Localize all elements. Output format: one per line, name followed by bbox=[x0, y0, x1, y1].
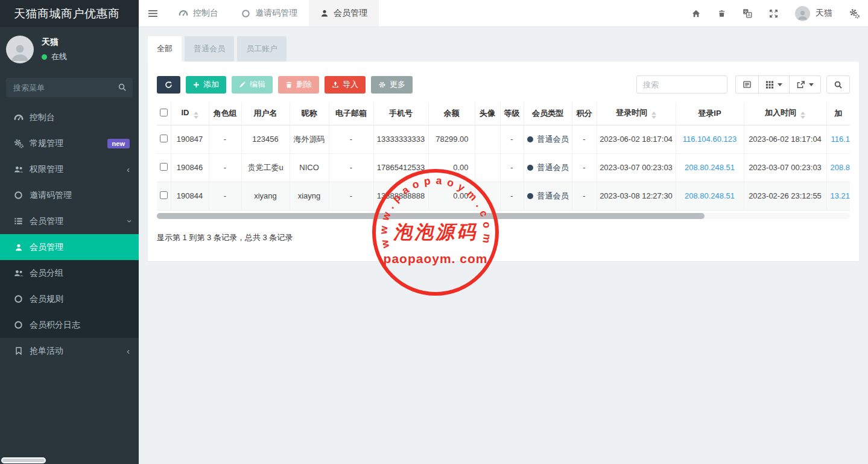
bookmark-icon bbox=[13, 346, 24, 355]
refresh-icon bbox=[165, 81, 173, 89]
speedometer-icon bbox=[13, 113, 24, 122]
cell-role: - bbox=[209, 153, 241, 182]
circle-icon bbox=[13, 294, 24, 304]
cell-role: - bbox=[209, 182, 241, 210]
toolbar-right bbox=[636, 75, 850, 94]
row-checkbox[interactable] bbox=[160, 191, 168, 199]
cell-login-ip[interactable]: 116.104.60.123 bbox=[676, 125, 744, 153]
col-id[interactable]: ID bbox=[171, 102, 209, 125]
home-button[interactable] bbox=[683, 9, 709, 18]
tab-staff-account[interactable]: 员工账户 bbox=[237, 36, 287, 62]
row-checkbox[interactable] bbox=[160, 135, 168, 142]
settings-button[interactable] bbox=[841, 8, 868, 19]
tab-normal-member[interactable]: 普通会员 bbox=[185, 36, 234, 62]
import-button[interactable]: 导入 bbox=[325, 76, 366, 94]
cell-login-ip[interactable]: 208.80.248.51 bbox=[676, 153, 744, 182]
table-row: 190847 - 123456 海外源码 - 13333333333 78299… bbox=[157, 125, 850, 153]
cell-join-time: 2023-02-26 23:12:55 bbox=[744, 182, 826, 210]
upload-icon bbox=[332, 81, 339, 88]
cell-join-ip[interactable]: 13.21 bbox=[826, 182, 850, 210]
top-navbar: 控制台 邀请码管理 会员管理 文A bbox=[139, 0, 868, 27]
circle-icon bbox=[13, 320, 24, 329]
export-button[interactable] bbox=[789, 75, 821, 94]
sidebar-item-member-parent[interactable]: 会员管理 ‹ bbox=[0, 208, 139, 234]
horizontal-scrollbar bbox=[157, 213, 850, 219]
sidebar-toggle-button[interactable] bbox=[139, 0, 167, 27]
cell-email: - bbox=[329, 125, 373, 153]
online-dot-icon bbox=[42, 54, 47, 60]
delete-button[interactable]: 删除 bbox=[278, 76, 319, 94]
navtab-dashboard[interactable]: 控制台 bbox=[167, 0, 230, 27]
hamburger-icon bbox=[148, 10, 157, 17]
list-icon bbox=[13, 217, 24, 226]
cell-login-time: 2023-03-07 00:23:03 bbox=[597, 153, 676, 182]
sidebar-item-member-group[interactable]: 会员分组 bbox=[0, 260, 139, 286]
advanced-search-button[interactable] bbox=[826, 75, 850, 94]
chevron-left-icon: ‹ bbox=[127, 165, 130, 174]
members-table: ID 角色组 用户名 昵称 电子邮箱 手机号 余额 头像 等级 会员类型 积分 … bbox=[157, 102, 850, 211]
plus-icon bbox=[193, 81, 200, 88]
sort-icon bbox=[194, 112, 198, 119]
sidebar-item-member-rule[interactable]: 会员规则 bbox=[0, 286, 139, 312]
svg-text:A: A bbox=[747, 13, 750, 17]
cell-balance: 78299.00 bbox=[428, 125, 475, 153]
row-checkbox[interactable] bbox=[160, 163, 168, 171]
filter-tabs: 全部 普通会员 员工账户 bbox=[148, 36, 859, 62]
cell-join-time: 2023-06-02 18:17:04 bbox=[744, 125, 826, 153]
col-nickname: 昵称 bbox=[290, 102, 329, 125]
table-header-row: ID 角色组 用户名 昵称 电子邮箱 手机号 余额 头像 等级 会员类型 积分 … bbox=[157, 102, 850, 125]
navtab-invite[interactable]: 邀请码管理 bbox=[230, 0, 309, 27]
new-badge: new bbox=[107, 139, 130, 148]
tab-all[interactable]: 全部 bbox=[148, 36, 182, 62]
cell-member-type: 普通会员 bbox=[524, 125, 572, 153]
sidebar-search bbox=[6, 78, 133, 97]
trash-icon bbox=[285, 81, 293, 89]
navbar-user-menu[interactable]: 天猫 bbox=[787, 6, 841, 21]
cell-login-ip[interactable]: 208.80.248.51 bbox=[676, 182, 744, 210]
language-button[interactable]: 文A bbox=[734, 8, 761, 18]
cell-username: xiyang bbox=[241, 182, 290, 210]
cell-mobile: 17865412533 bbox=[373, 153, 428, 182]
cell-role: - bbox=[209, 125, 241, 153]
columns-button[interactable] bbox=[758, 75, 790, 94]
select-all-checkbox[interactable] bbox=[160, 109, 168, 116]
sidebar-item-general[interactable]: 常规管理 new bbox=[0, 130, 139, 156]
sidebar-search-input[interactable] bbox=[6, 78, 133, 97]
speedometer-icon bbox=[179, 8, 188, 18]
sidebar-scrollbar-thumb[interactable] bbox=[1, 457, 46, 463]
cell-id: 190844 bbox=[171, 182, 209, 210]
avatar bbox=[795, 6, 810, 21]
col-login-time[interactable]: 登录时间 bbox=[597, 102, 676, 125]
edit-button[interactable]: 编辑 bbox=[232, 76, 273, 94]
sidebar-item-invite[interactable]: 邀请码管理 bbox=[0, 182, 139, 208]
app-brand: 天猫商城商户优惠商 bbox=[0, 0, 139, 27]
horizontal-scrollbar-thumb[interactable] bbox=[157, 213, 705, 219]
col-join-time[interactable]: 加入时间 bbox=[744, 102, 826, 125]
cell-level: - bbox=[500, 125, 524, 153]
col-level: 等级 bbox=[500, 102, 524, 125]
sidebar-item-member[interactable]: 会员管理 bbox=[0, 234, 139, 260]
cell-avatar bbox=[475, 182, 500, 210]
users-icon bbox=[13, 269, 24, 278]
navtab-member[interactable]: 会员管理 bbox=[309, 0, 379, 27]
sidebar-item-member-score-log[interactable]: 会员积分日志 bbox=[0, 312, 139, 338]
clear-cache-button[interactable] bbox=[709, 9, 734, 18]
fullscreen-button[interactable] bbox=[761, 9, 787, 18]
sidebar-item-auth[interactable]: 权限管理 ‹ bbox=[0, 156, 139, 182]
caret-down-icon bbox=[809, 83, 814, 86]
cell-login-time: 2023-06-02 18:17:04 bbox=[597, 125, 676, 153]
refresh-button[interactable] bbox=[157, 76, 180, 94]
toolbar: 添加 编辑 删除 导入 更多 bbox=[157, 75, 850, 94]
sidebar-item-dashboard[interactable]: 控制台 bbox=[0, 104, 139, 130]
search-icon[interactable] bbox=[118, 83, 127, 92]
col-role: 角色组 bbox=[209, 102, 241, 125]
caret-down-icon bbox=[778, 83, 782, 86]
detail-view-button[interactable] bbox=[735, 75, 759, 94]
sidebar-item-order-activity[interactable]: 抢单活动 ‹ bbox=[0, 338, 139, 364]
cell-join-ip[interactable]: 116.1 bbox=[826, 125, 850, 153]
user-avatar bbox=[6, 36, 34, 63]
cell-join-ip[interactable]: 208.8 bbox=[826, 153, 850, 182]
table-search-input[interactable] bbox=[636, 75, 727, 94]
more-button[interactable]: 更多 bbox=[371, 76, 413, 94]
add-button[interactable]: 添加 bbox=[186, 76, 226, 94]
